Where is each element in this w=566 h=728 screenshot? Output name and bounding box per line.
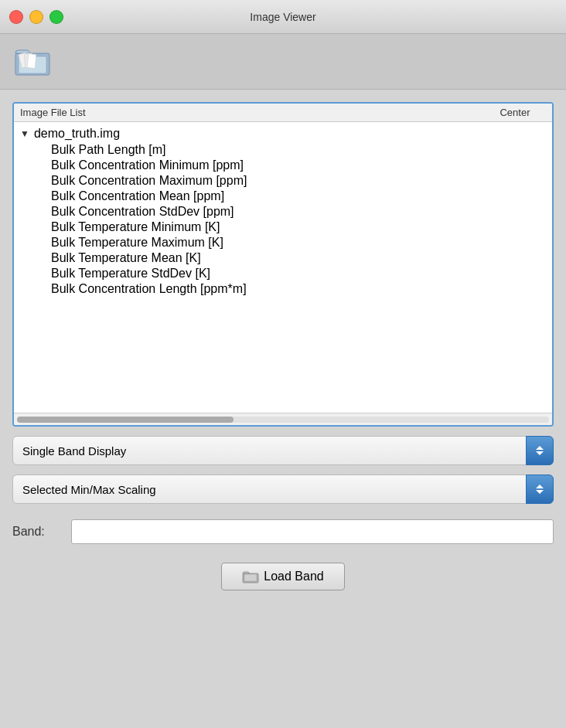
list-item-label: Bulk Concentration Length [ppm*m] <box>51 282 247 296</box>
chevron-down-icon <box>536 490 544 494</box>
file-list-panel: Image File List Center ▼ demo_truth.img … <box>12 102 554 427</box>
list-item-label: Bulk Path Length [m] <box>51 143 166 157</box>
load-band-folder-icon <box>242 570 259 583</box>
window-controls <box>9 10 63 24</box>
title-bar: Image Viewer <box>0 0 566 34</box>
horizontal-scrollbar[interactable] <box>14 413 552 425</box>
svg-rect-6 <box>244 574 257 581</box>
root-file-name: demo_truth.img <box>34 127 120 141</box>
close-button[interactable] <box>9 10 23 24</box>
minimize-button[interactable] <box>29 10 43 24</box>
band-label: Band: <box>12 525 59 539</box>
chevron-down-icon <box>536 451 544 455</box>
list-item[interactable]: Bulk Temperature Mean [K] <box>14 250 552 266</box>
open-folder-icon <box>14 46 51 78</box>
scaling-arrow-button[interactable] <box>526 475 554 504</box>
window-title: Image Viewer <box>250 11 315 23</box>
list-item-label: Bulk Concentration Maximum [ppm] <box>51 174 247 188</box>
toolbar-icon-area[interactable] <box>12 42 53 82</box>
list-item[interactable]: Bulk Temperature Maximum [K] <box>14 235 552 250</box>
list-item[interactable]: Bulk Concentration Length [ppm*m] <box>14 281 552 297</box>
display-mode-arrow-button[interactable] <box>526 436 554 465</box>
load-band-label: Load Band <box>264 570 323 583</box>
list-item[interactable]: Bulk Concentration StdDev [ppm] <box>14 204 552 219</box>
display-mode-dropdown-container: Single Band DisplayRGB CompositeGreyscal… <box>12 436 554 465</box>
band-row: Band: <box>12 513 554 550</box>
display-mode-select[interactable]: Single Band DisplayRGB CompositeGreyscal… <box>12 436 554 465</box>
list-item[interactable]: Bulk Temperature StdDev [K] <box>14 266 552 281</box>
load-band-area: Load Band <box>12 560 554 597</box>
tree-expand-arrow: ▼ <box>20 128 29 139</box>
list-item-label: Bulk Temperature Maximum [K] <box>51 236 223 250</box>
list-item[interactable]: Bulk Concentration Maximum [ppm] <box>14 173 552 189</box>
list-item-label: Bulk Temperature Minimum [K] <box>51 220 220 234</box>
chevron-up-icon <box>536 485 544 488</box>
file-list-header-col2: Center <box>484 107 546 118</box>
file-list-body[interactable]: ▼ demo_truth.img Bulk Path Length [m] Bu… <box>14 122 552 413</box>
list-item[interactable]: Bulk Concentration Mean [ppm] <box>14 189 552 204</box>
file-list-header: Image File List Center <box>14 104 552 122</box>
list-item-label: Bulk Concentration Mean [ppm] <box>51 189 224 203</box>
list-item-label: Bulk Temperature Mean [K] <box>51 251 201 265</box>
file-list-root-item[interactable]: ▼ demo_truth.img <box>14 125 552 142</box>
main-content: Image File List Center ▼ demo_truth.img … <box>0 90 566 609</box>
list-item-label: Bulk Concentration StdDev [ppm] <box>51 205 234 219</box>
list-item[interactable]: Bulk Path Length [m] <box>14 142 552 158</box>
band-input[interactable] <box>71 519 554 544</box>
scaling-dropdown-container: Selected Min/Max ScalingFull Range Scali… <box>12 475 554 504</box>
list-item-label: Bulk Temperature StdDev [K] <box>51 267 210 281</box>
svg-rect-4 <box>27 53 36 68</box>
toolbar <box>0 34 566 90</box>
file-list-header-col1: Image File List <box>20 107 484 118</box>
list-item[interactable]: Bulk Temperature Minimum [K] <box>14 219 552 235</box>
scrollbar-track[interactable] <box>17 417 549 423</box>
list-item[interactable]: Bulk Concentration Minimum [ppm] <box>14 158 552 173</box>
maximize-button[interactable] <box>49 10 63 24</box>
list-item-label: Bulk Concentration Minimum [ppm] <box>51 158 244 172</box>
load-band-button[interactable]: Load Band <box>221 563 345 590</box>
chevron-up-icon <box>536 446 544 450</box>
scrollbar-thumb[interactable] <box>17 417 234 423</box>
scaling-select[interactable]: Selected Min/Max ScalingFull Range Scali… <box>12 475 554 504</box>
